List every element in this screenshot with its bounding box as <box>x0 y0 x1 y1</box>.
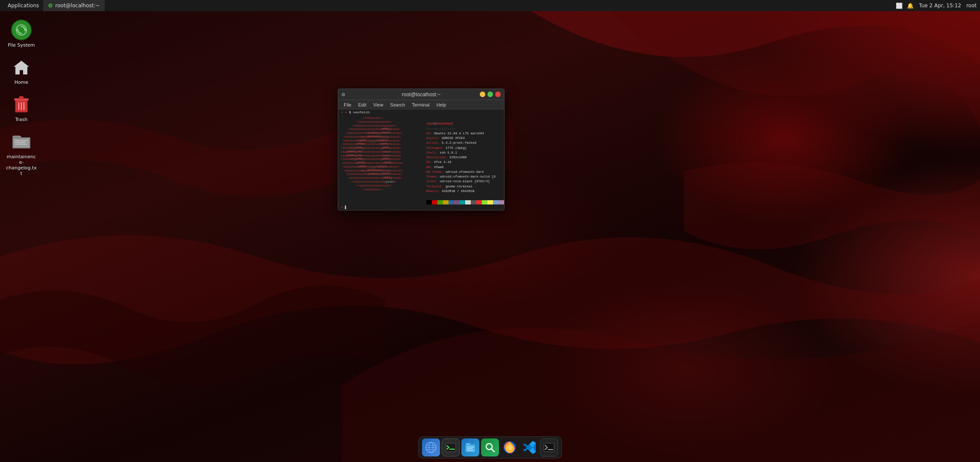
minimize-button[interactable] <box>480 92 485 97</box>
menu-edit[interactable]: Edit <box>355 101 369 108</box>
color-swatch-5 <box>454 200 460 204</box>
trash-label: Trash <box>13 116 29 123</box>
topbar-left: Applications root@localhost:~ <box>3 0 105 11</box>
folder-icon <box>12 133 30 151</box>
color-swatch-3 <box>443 200 449 204</box>
color-swatch-1 <box>432 200 437 204</box>
gear-icon[interactable]: ⚙ <box>342 91 345 98</box>
dock-files-icon[interactable] <box>461 438 479 456</box>
dock-search-icon[interactable] <box>481 438 499 456</box>
tab-label: root@localhost:~ <box>55 3 100 9</box>
svg-marker-3 <box>14 61 29 74</box>
taskbar <box>418 436 562 459</box>
system-tray: ⬜ 🔔 <box>896 3 914 9</box>
terminal-title: root@localhost:~ <box>402 92 441 98</box>
color-palette <box>426 200 504 204</box>
dock-vscode-icon[interactable] <box>520 438 538 456</box>
home-icon-image <box>11 57 32 77</box>
applications-menu[interactable]: Applications <box>3 0 43 11</box>
svg-point-29 <box>507 445 512 450</box>
menu-file[interactable]: File <box>341 101 354 108</box>
terminal-output: ./+oossssoo+/. `:+ssssssssssssssssss+:` … <box>338 115 504 204</box>
desktop-icons: File System Home <box>0 11 43 185</box>
color-swatch-6 <box>460 200 465 204</box>
prompt-arrow-2: ➜ <box>341 205 345 209</box>
tab-icon <box>48 3 53 8</box>
neofetch-info: root@localhost --------------- OS: Ubunt… <box>426 117 504 203</box>
menu-terminal[interactable]: Terminal <box>409 101 433 108</box>
maximize-button[interactable] <box>487 92 493 97</box>
color-swatch-2 <box>437 200 443 204</box>
dock-xfce-icon[interactable] <box>422 438 440 456</box>
svg-rect-6 <box>19 96 24 99</box>
terminal-tab[interactable]: root@localhost:~ <box>43 0 105 11</box>
desktop-icon-filesystem[interactable]: File System <box>4 20 38 48</box>
home-icon <box>12 58 30 76</box>
dock-settings-icon[interactable] <box>540 438 558 456</box>
color-swatch-10 <box>482 200 487 204</box>
display-icon[interactable]: ⬜ <box>896 3 903 9</box>
desktop-icon-home[interactable]: Home <box>4 57 38 86</box>
desktop-icon-trash[interactable]: Trash <box>4 94 38 123</box>
window-controls <box>480 92 501 97</box>
terminal-titlebar[interactable]: ⚙ root@localhost:~ <box>338 89 504 100</box>
terminal-prompt-cursor[interactable]: ➜ ▌ <box>338 204 504 210</box>
topbar: Applications root@localhost:~ ⬜ 🔔 Tue 2 … <box>0 0 980 11</box>
prompt-cursor: ▌ <box>345 205 347 209</box>
filesystem-label: File System <box>6 42 37 48</box>
terminal-window: ⚙ root@localhost:~ File Edit View Search… <box>338 89 505 210</box>
dock-firefox-icon[interactable] <box>501 438 519 456</box>
svg-rect-30 <box>544 443 554 452</box>
dock-terminal-icon[interactable] <box>442 438 460 456</box>
menu-search[interactable]: Search <box>387 101 408 108</box>
terminal-prompt-neofetch: ➜ ~ $ neofetch <box>338 110 504 115</box>
home-label: Home <box>13 79 30 86</box>
username: root <box>966 3 977 9</box>
svg-rect-11 <box>13 138 30 148</box>
color-swatch-11 <box>487 200 493 204</box>
color-swatch-12 <box>493 200 499 204</box>
color-swatch-4 <box>449 200 454 204</box>
trash-icon <box>12 95 30 113</box>
filesystem-icon-image <box>11 20 32 40</box>
filesystem-icon <box>11 20 32 40</box>
prompt-arrow: ➜ <box>341 110 345 114</box>
close-button[interactable] <box>495 92 501 97</box>
svg-rect-20 <box>446 443 456 452</box>
folder-label: maintainence-changelog.txt <box>4 154 38 177</box>
svg-rect-22 <box>466 444 475 452</box>
neofetch-ascii-art: ./+oossssoo+/. `:+ssssssssssssssssss+:` … <box>341 117 426 203</box>
notification-icon[interactable]: 🔔 <box>907 3 914 9</box>
color-swatch-8 <box>471 200 476 204</box>
terminal-menubar: File Edit View Search Terminal Help <box>338 100 504 110</box>
wave-overlay <box>0 0 980 462</box>
color-swatch-13 <box>499 200 504 204</box>
color-swatch-9 <box>476 200 482 204</box>
trash-icon-image <box>11 94 32 115</box>
svg-line-27 <box>491 449 494 452</box>
menu-help[interactable]: Help <box>434 101 449 108</box>
prompt-command: ~ $ neofetch <box>345 110 370 114</box>
color-swatch-7 <box>465 200 471 204</box>
topbar-right: ⬜ 🔔 Tue 2 Apr, 15:12 root <box>896 3 977 9</box>
desktop-icon-folder[interactable]: maintainence-changelog.txt <box>4 131 38 177</box>
menu-view[interactable]: View <box>370 101 387 108</box>
folder-icon-image <box>11 131 32 152</box>
color-swatch-0 <box>426 200 432 204</box>
datetime: Tue 2 Apr, 15:12 <box>919 3 961 9</box>
